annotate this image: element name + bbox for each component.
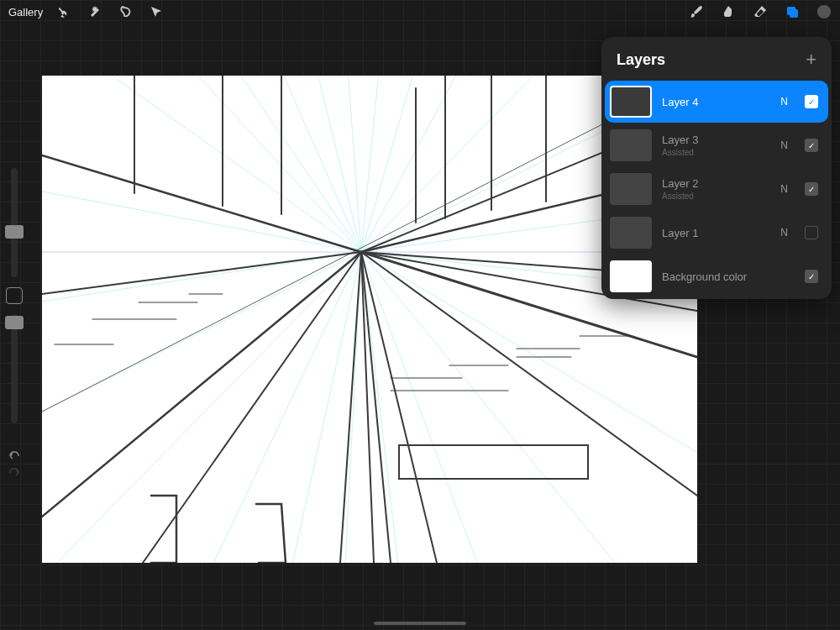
layer-visibility-checkbox[interactable]: ✓	[805, 182, 818, 196]
brush-icon[interactable]	[689, 4, 704, 19]
brush-opacity-slider[interactable]	[11, 314, 18, 423]
wand-icon[interactable]	[88, 4, 103, 19]
layer-name: Layer 1	[662, 227, 770, 239]
layer-item[interactable]: Background color✓	[605, 255, 828, 297]
toolbar-right	[689, 4, 832, 19]
layers-title: Layers	[617, 51, 665, 69]
layer-subtitle: Assisted	[662, 192, 770, 201]
layer-visibility-checkbox[interactable]: ✓	[805, 95, 818, 108]
svg-line-5	[42, 76, 361, 252]
layer-thumbnail	[610, 129, 652, 161]
drawing-canvas[interactable]	[42, 76, 697, 563]
brush-size-slider[interactable]	[11, 168, 18, 277]
svg-line-26	[42, 252, 361, 328]
color-icon[interactable]	[816, 4, 832, 19]
layer-info: Layer 3Assisted	[662, 134, 770, 157]
svg-rect-62	[399, 445, 588, 479]
svg-line-19	[361, 252, 546, 563]
layer-visibility-checkbox[interactable]: ✓	[805, 270, 818, 283]
undo-redo-group	[5, 447, 24, 482]
wrench-icon[interactable]	[58, 4, 73, 19]
svg-line-40	[42, 252, 361, 517]
svg-line-12	[361, 76, 546, 252]
layers-list: Layer 4N✓Layer 3AssistedN✓Layer 2Assiste…	[601, 81, 832, 297]
layer-item[interactable]: Layer 1N	[605, 212, 828, 254]
layer-info: Layer 2Assisted	[662, 177, 770, 201]
arrow-icon[interactable]	[149, 4, 164, 19]
layer-thumbnail	[610, 217, 652, 249]
layer-thumbnail	[610, 173, 652, 205]
layer-blend-mode[interactable]: N	[780, 227, 788, 239]
svg-line-38	[42, 155, 361, 252]
layer-info: Layer 4	[662, 96, 770, 108]
gallery-button[interactable]: Gallery	[8, 6, 43, 18]
svg-line-29	[42, 76, 697, 412]
layer-blend-mode[interactable]: N	[780, 139, 788, 151]
layers-panel: Layers + Layer 4N✓Layer 3AssistedN✓Layer…	[601, 37, 832, 299]
svg-line-6	[126, 76, 361, 252]
layer-item[interactable]: Layer 2AssistedN✓	[605, 168, 828, 210]
selection-icon[interactable]	[118, 4, 134, 19]
svg-line-39	[42, 252, 361, 294]
svg-line-10	[361, 76, 395, 252]
layers-icon[interactable]	[785, 4, 800, 19]
toolbar-left: Gallery	[8, 4, 164, 19]
eraser-icon[interactable]	[753, 4, 768, 19]
layer-name: Background color	[662, 270, 795, 283]
add-layer-button[interactable]: +	[806, 49, 816, 71]
layer-item[interactable]: Layer 3AssistedN✓	[605, 124, 828, 166]
modify-button[interactable]	[6, 287, 23, 304]
layer-thumbnail	[610, 86, 652, 118]
layer-blend-mode[interactable]: N	[780, 183, 788, 195]
svg-point-3	[817, 5, 831, 18]
layer-blend-mode[interactable]: N	[780, 96, 788, 108]
layer-info: Background color	[662, 270, 795, 283]
home-indicator	[374, 622, 466, 625]
svg-line-7	[210, 76, 361, 252]
layers-header: Layers +	[601, 37, 832, 79]
undo-button[interactable]	[7, 449, 22, 464]
layer-subtitle: Assisted	[662, 148, 770, 157]
slider-thumb[interactable]	[5, 225, 24, 239]
top-toolbar: Gallery	[0, 0, 840, 24]
layer-thumbnail	[610, 260, 652, 292]
slider-thumb[interactable]	[5, 316, 24, 329]
layer-visibility-checkbox[interactable]: ✓	[805, 139, 818, 152]
svg-line-4	[42, 76, 361, 252]
svg-line-20	[361, 252, 420, 563]
layer-name: Layer 3	[662, 134, 770, 146]
layer-visibility-checkbox[interactable]	[805, 226, 818, 239]
svg-line-24	[42, 252, 361, 563]
redo-button[interactable]	[7, 465, 22, 480]
svg-line-44	[361, 252, 391, 563]
svg-line-23	[126, 252, 361, 563]
svg-rect-2	[790, 9, 798, 18]
layer-item[interactable]: Layer 4N✓	[605, 81, 828, 123]
layer-name: Layer 2	[662, 177, 770, 190]
smudge-icon[interactable]	[721, 4, 736, 19]
layer-info: Layer 1	[662, 227, 770, 239]
layer-name: Layer 4	[662, 96, 770, 108]
svg-line-8	[277, 76, 361, 252]
left-sidebar	[5, 168, 24, 482]
